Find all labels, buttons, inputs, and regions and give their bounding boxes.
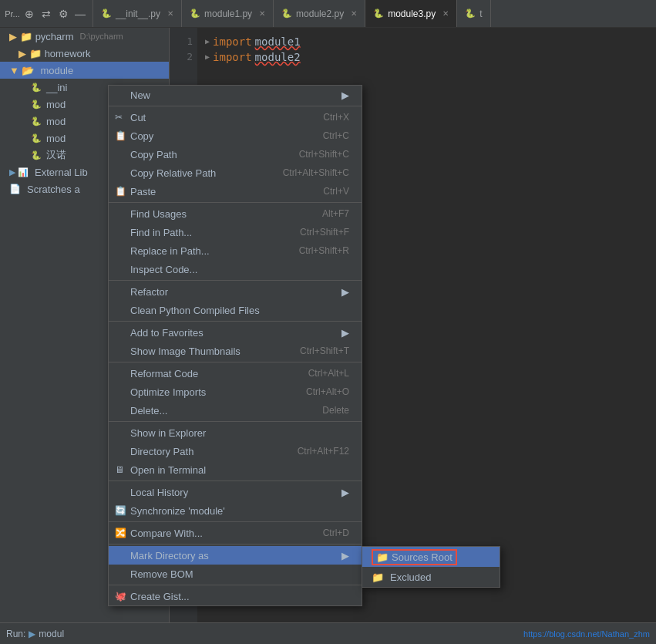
submenu-arrow-history: ▶ <box>341 487 349 498</box>
menu-label-cut: Cut <box>130 112 308 123</box>
py-icon: 🐍 <box>31 99 42 110</box>
submenu-item-excluded[interactable]: 📁 Excluded <box>362 567 500 587</box>
paste-icon: 📋 <box>115 186 126 197</box>
py-file-icon-active: 🐍 <box>373 8 384 19</box>
menu-item-compare[interactable]: 🔀 Compare With... Ctrl+D <box>109 524 362 542</box>
add-icon[interactable]: ⊕ <box>22 6 37 22</box>
folder-orange-icon: 📁 <box>372 572 384 583</box>
sidebar-label-hanno: 汉诺 <box>46 148 66 162</box>
submenu-arrow-refactor: ▶ <box>341 286 349 298</box>
tab-module3-py[interactable]: 🐍 module3.py ✕ <box>365 0 457 27</box>
sidebar-label-module: module <box>40 65 73 76</box>
project-label[interactable]: Pr... <box>5 6 20 22</box>
sidebar-label-init: __ini <box>46 82 67 93</box>
tab-init-py[interactable]: 🐍 __init__.py ✕ <box>93 0 182 27</box>
separator-3 <box>109 280 362 281</box>
github-icon: 🐙 <box>115 591 126 602</box>
submenu-item-sources-root[interactable]: 📁 Sources Root <box>362 547 500 567</box>
separator-9 <box>109 544 362 545</box>
separator-6 <box>109 421 362 422</box>
menu-item-optimize[interactable]: Optimize Imports Ctrl+Alt+O <box>109 383 362 401</box>
menu-label-remove-bom: Remove BOM <box>130 568 349 580</box>
tab-module1-py[interactable]: 🐍 module1.py ✕ <box>182 0 274 27</box>
run-label: Run: ▶ modul <box>6 629 64 639</box>
folder-blue-icon: 📁 <box>376 551 389 563</box>
shortcut-paste: Ctrl+V <box>323 186 349 197</box>
menu-item-synchronize[interactable]: 🔄 Synchronize 'module' <box>109 501 362 520</box>
menu-item-cut[interactable]: ✂ Cut Ctrl+X <box>109 108 362 126</box>
menu-label-reformat: Reformat Code <box>130 368 293 379</box>
sidebar-item-homework[interactable]: ▶ 📁 homework <box>0 45 169 62</box>
submenu-mark-directory: 📁 Sources Root 📁 Excluded <box>362 546 500 588</box>
separator-8 <box>109 521 362 522</box>
menu-item-reformat[interactable]: Reformat Code Ctrl+Alt+L <box>109 364 362 383</box>
menu-item-directory-path[interactable]: Directory Path Ctrl+Alt+F12 <box>109 442 362 460</box>
menu-label-replace-path: Replace in Path... <box>130 245 284 257</box>
status-url: https://blog.csdn.net/Nathan_zhm <box>523 629 650 639</box>
menu-item-paste[interactable]: 📋 Paste Ctrl+V <box>109 182 362 201</box>
shortcut-cut: Ctrl+X <box>323 112 349 123</box>
tab-close-init[interactable]: ✕ <box>167 9 173 18</box>
sync-icon: 🔄 <box>115 505 126 516</box>
sources-root-badge: 📁 Sources Root <box>372 549 457 565</box>
menu-item-find-path[interactable]: Find in Path... Ctrl+Shift+F <box>109 223 362 241</box>
menu-label-paste: Paste <box>130 186 308 197</box>
menu-label-create-gist: Create Gist... <box>130 591 349 602</box>
menu-item-copy[interactable]: 📋 Copy Ctrl+C <box>109 126 362 145</box>
tab-close-module2[interactable]: ✕ <box>351 9 357 18</box>
menu-item-create-gist[interactable]: 🐙 Create Gist... <box>109 587 362 605</box>
sidebar-label-mod1: mod <box>46 99 66 110</box>
code-area[interactable]: ▶ import module1 ▶ import module2 <box>197 28 656 71</box>
menu-item-copy-relative[interactable]: Copy Relative Path Ctrl+Alt+Shift+C <box>109 164 362 182</box>
submenu-arrow-mark: ▶ <box>341 550 349 561</box>
menu-item-local-history[interactable]: Local History ▶ <box>109 483 362 501</box>
tab-module2-py[interactable]: 🐍 module2.py ✕ <box>274 0 365 27</box>
menu-item-remove-bom[interactable]: Remove BOM <box>109 565 362 583</box>
menu-item-delete[interactable]: Delete... Delete <box>109 401 362 420</box>
menu-item-copy-path[interactable]: Copy Path Ctrl+Shift+C <box>109 145 362 164</box>
minimize-icon[interactable]: — <box>72 6 88 22</box>
menu-item-clean[interactable]: Clean Python Compiled Files <box>109 301 362 319</box>
menu-label-thumbnails: Show Image Thumbnails <box>130 346 284 357</box>
menu-item-inspect[interactable]: Inspect Code... <box>109 260 362 278</box>
module-run-label: modul <box>39 629 64 639</box>
separator-5 <box>109 362 362 362</box>
menu-item-show-explorer[interactable]: Show in Explorer <box>109 423 362 442</box>
import-keyword-1: import <box>213 34 252 49</box>
menu-item-terminal[interactable]: 🖥 Open in Terminal <box>109 460 362 479</box>
module2-ref: module2 <box>255 49 301 65</box>
menu-label-find-path: Find in Path... <box>130 227 284 238</box>
py-file-icon: 🐍 <box>281 8 292 19</box>
swap-icon[interactable]: ⇄ <box>39 6 54 22</box>
menu-label-copy: Copy <box>130 130 308 142</box>
cut-icon: ✂ <box>115 112 123 123</box>
arrow-icon-1: ▶ <box>205 34 210 49</box>
menu-item-favorites[interactable]: Add to Favorites ▶ <box>109 323 362 342</box>
tab-t[interactable]: 🐍 t <box>457 0 490 27</box>
shortcut-copy-relative: Ctrl+Alt+Shift+C <box>283 167 349 178</box>
sidebar-item-pycharm[interactable]: ▶ 📁 pycharm D:\pycharm <box>0 28 169 45</box>
submenu-arrow-favorites: ▶ <box>341 327 349 339</box>
menu-item-replace-path[interactable]: Replace in Path... Ctrl+Shift+R <box>109 241 362 260</box>
code-line-1: ▶ import module1 <box>205 34 648 49</box>
sidebar-item-module[interactable]: ▼ 📂 module <box>0 62 169 79</box>
menu-label-show-explorer: Show in Explorer <box>130 427 349 439</box>
sidebar-label-scratches: Scratches a <box>27 184 80 195</box>
menu-item-thumbnails[interactable]: Show Image Thumbnails Ctrl+Shift+T <box>109 342 362 360</box>
run-text: Run: <box>6 629 25 639</box>
scratches-icon: 📄 <box>9 184 21 194</box>
settings-icon[interactable]: ⚙ <box>56 6 71 22</box>
menu-label-copy-path: Copy Path <box>130 149 284 160</box>
menu-label-terminal: Open in Terminal <box>130 464 349 476</box>
tab-close-module1[interactable]: ✕ <box>259 9 265 18</box>
tab-close-module3[interactable]: ✕ <box>442 9 449 18</box>
sidebar-label-mod2: mod <box>46 116 66 127</box>
menu-item-mark-directory[interactable]: Mark Directory as ▶ 📁 Sources Root 📁 Exc… <box>109 546 362 565</box>
separator-1 <box>109 106 362 106</box>
menu-item-find-usages[interactable]: Find Usages Alt+F7 <box>109 204 362 223</box>
status-bar: Run: ▶ modul https://blog.csdn.net/Natha… <box>0 622 656 644</box>
menu-label-compare: Compare With... <box>130 528 308 539</box>
menu-item-new[interactable]: New ▶ <box>109 86 362 104</box>
menu-item-refactor[interactable]: Refactor ▶ <box>109 282 362 301</box>
py-file-icon: 🐍 <box>190 8 200 19</box>
